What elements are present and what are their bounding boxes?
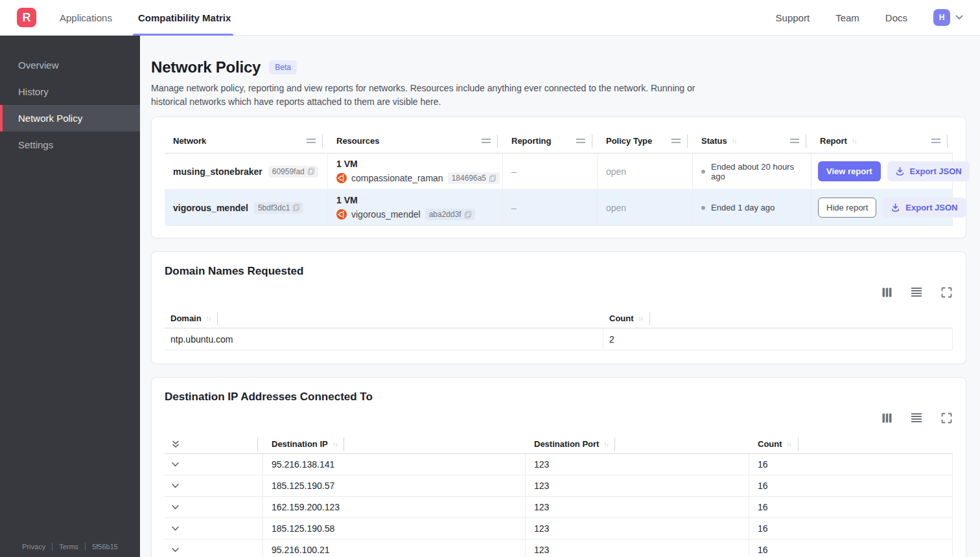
status-dot-icon [701,206,705,210]
column-resize-handle[interactable] [576,139,585,143]
sort-icon[interactable]: ↑↓ [603,440,608,448]
report-cell: Hide report Export JSON [811,190,953,225]
hide-report-button[interactable]: Hide report [818,198,876,218]
resource-name[interactable]: vigorous_mendel [351,209,421,220]
resource-id-badge: aba2dd3f [425,209,475,220]
expand-row-button[interactable] [171,483,180,489]
copy-icon[interactable] [308,168,314,175]
column-resize-handle[interactable] [307,139,316,143]
policy-type-cell: open [598,190,693,225]
column-resize-handle[interactable] [790,139,799,143]
expand-cell [165,454,263,475]
download-icon [891,203,900,212]
resource-id: aba2dd3f [429,210,461,219]
tab-compatibility-matrix[interactable]: Compatibility Matrix [137,0,232,36]
sort-icon[interactable]: ↑↓ [852,137,856,144]
sidebar-item-history[interactable]: History [0,78,140,105]
sidebar-item-overview[interactable]: Overview [0,52,140,78]
link-support[interactable]: Support [776,12,810,23]
view-report-button[interactable]: View report [818,161,881,181]
network-id-badge: 60959fad [268,166,318,177]
row-height-icon[interactable] [910,411,923,424]
column-header-count[interactable]: Count ↑↓ [603,312,953,325]
page-description: Manage network policy, reporting and vie… [151,82,721,109]
column-header-destination-port[interactable]: Destination Port ↑↓ [526,438,749,451]
sort-icon[interactable]: ↑↓ [787,440,791,448]
export-json-button[interactable]: Export JSON [883,198,965,218]
chevron-down-icon[interactable] [955,15,963,20]
privacy-link[interactable]: Privacy [22,543,45,551]
column-header-network[interactable]: Network [165,135,328,148]
expand-row-button[interactable] [171,462,180,468]
expand-all-button[interactable] [171,440,180,449]
expand-row-button[interactable] [171,526,180,532]
column-header-report[interactable]: Report ↑↓ [811,135,953,148]
resource-id-badge: 184696a5 [448,172,500,184]
expand-row-button[interactable] [171,505,180,510]
column-header-reporting[interactable]: Reporting [503,135,598,148]
sidebar-item-settings[interactable]: Settings [0,131,140,158]
ubuntu-icon [336,209,347,220]
build-hash: 5f56b15 [92,543,118,551]
fullscreen-icon[interactable] [940,286,953,299]
column-resize-handle[interactable] [482,139,491,143]
fullscreen-icon[interactable] [940,411,953,424]
column-header-domain[interactable]: Domain ↑↓ [165,312,603,325]
app-logo[interactable]: R [17,8,36,27]
avatar[interactable]: H [933,9,950,26]
sort-icon[interactable]: ↑↓ [732,137,736,144]
column-resize-handle[interactable] [671,139,681,143]
card-title: Domain Names Requested [165,265,953,278]
expand-cell [165,518,263,539]
column-header-expand[interactable] [165,438,263,451]
count-cell: 16 [749,497,953,517]
export-json-button[interactable]: Export JSON [887,161,970,181]
user-menu[interactable]: H [933,9,963,26]
resource-name[interactable]: compassionate_raman [351,173,443,183]
sidebar-footer: Privacy Terms 5f56b15 [0,543,140,551]
column-header-count[interactable]: Count ↑↓ [749,438,953,451]
destination-row: 162.159.200.123 123 16 [165,497,953,518]
network-table-row[interactable]: vigorous_mendel 5bdf3dc1 1 VM vigorous_m… [165,190,953,226]
row-height-icon[interactable] [910,286,923,299]
destination-table-header: Destination IP ↑↓ Destination Port ↑↓ Co… [165,435,953,454]
table-toolbar [165,411,953,424]
terms-link[interactable]: Terms [59,543,78,551]
count-cell: 16 [749,540,953,557]
destination-row: 185.125.190.57 123 16 [165,475,953,497]
main-content: Network Policy Beta Manage network polic… [140,36,980,557]
expand-cell [165,540,263,557]
sort-icon[interactable]: ↑↓ [332,440,337,448]
link-docs[interactable]: Docs [885,12,907,23]
network-table-row[interactable]: musing_stonebraker 60959fad 1 VM compass… [165,153,953,190]
network-table-card: Network Resources Reporting Policy Type … [151,117,966,238]
policy-type-cell: open [598,153,693,189]
column-header-destination-ip[interactable]: Destination IP ↑↓ [263,438,526,451]
link-team[interactable]: Team [835,12,859,23]
column-header-policy-type[interactable]: Policy Type [598,135,693,148]
expand-row-button[interactable] [171,547,180,553]
column-resize-handle[interactable] [931,139,940,143]
column-header-resources[interactable]: Resources [328,135,503,148]
sort-icon[interactable]: ↑↓ [638,315,643,322]
column-label: Reporting [511,136,551,146]
sort-icon[interactable]: ↑↓ [206,315,211,322]
column-label: Resources [336,136,379,146]
copy-icon[interactable] [293,204,299,211]
copy-icon[interactable] [465,211,471,218]
copy-icon[interactable] [489,175,496,182]
sidebar-item-network-policy[interactable]: Network Policy [0,105,140,131]
column-header-status[interactable]: Status ↑↓ [693,135,811,148]
column-label: Status [701,136,727,146]
tab-applications[interactable]: Applications [58,0,113,36]
export-json-label: Export JSON [905,203,957,212]
download-icon [895,166,905,176]
domain-names-card: Domain Names Requested Domain ↑↓ Count ↑… [151,251,966,364]
columns-icon[interactable] [880,286,893,299]
destination-port-cell: 123 [526,540,749,557]
status-cell: Ended about 20 hours ago [693,153,811,189]
column-label: Count [758,439,782,449]
status-text: Ended about 20 hours ago [711,162,803,181]
report-cell: View report Export JSON [811,153,953,189]
columns-icon[interactable] [880,411,893,424]
